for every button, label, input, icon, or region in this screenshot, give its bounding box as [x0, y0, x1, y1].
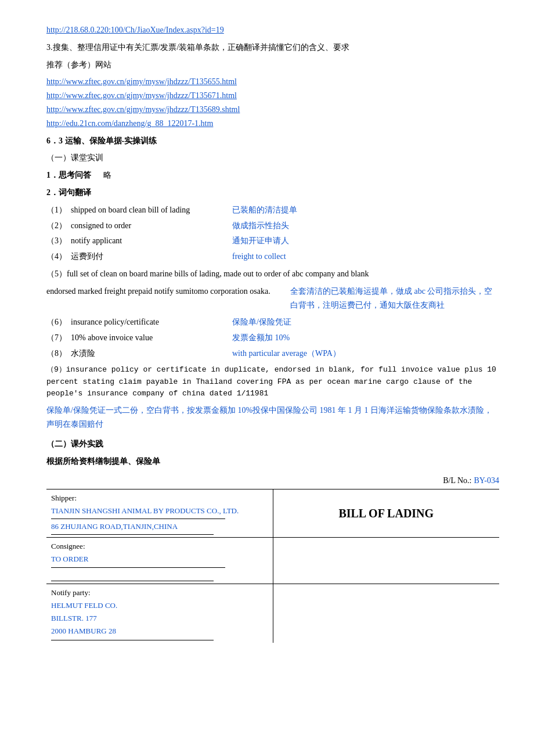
- translation-item-8: （8） 水渍险 with particular average（WPA）: [46, 347, 499, 361]
- notify-name: HELMUT FELD CO.: [51, 599, 268, 612]
- translation-item-9-en: （9）insurance policy or certificate in du…: [46, 364, 499, 400]
- bl-notify-section: Notify party: HELMUT FELD CO. BILLSTR. 1…: [46, 584, 273, 643]
- translation-zh-7: 发票金额加 10%: [232, 331, 499, 345]
- bl-no-label: B/L No.:: [443, 474, 471, 488]
- translation-en-6: （6） insurance policy/certificate: [46, 315, 232, 329]
- consignee-spacer: [51, 568, 268, 579]
- section-title: 6．3 运输、保险单据-实操训练: [46, 134, 499, 148]
- translation-en-7: （7） 10% above invoice value: [46, 331, 232, 345]
- translation-item-5-en1: （5）full set of clean on board marine bil…: [46, 267, 499, 281]
- shipper-label: Shipper:: [51, 492, 268, 505]
- translation-en-3: （3） notify applicant: [46, 234, 232, 248]
- consignee-value: TO ORDER: [51, 553, 268, 566]
- section2-sub: 根据所给资料缮制提单、保险单: [46, 455, 499, 469]
- shipper-addr: 86 ZHUJIANG ROAD,TIANJIN,CHINA: [51, 520, 268, 533]
- bl-notify-right: [273, 584, 500, 643]
- translation-item-3: （3） notify applicant 通知开证申请人: [46, 234, 499, 248]
- consignee-underline2: [51, 581, 214, 581]
- notify-addr1: BILLSTR. 177: [51, 612, 268, 625]
- bl-right-empty: [273, 538, 500, 583]
- translation-zh-6: 保险单/保险凭证: [232, 315, 499, 329]
- classroom-label: （一）课堂实训: [46, 151, 499, 165]
- q1-abbr: 略: [103, 171, 111, 179]
- translation-en-4: （4） 运费到付: [46, 250, 232, 264]
- translation-zh-8: with particular average（WPA）: [232, 347, 499, 361]
- translation-item-2: （2） consigned to order 做成指示性抬头: [46, 219, 499, 233]
- translation-item-4: （4） 运费到付 freight to collect: [46, 250, 499, 264]
- translation-item-5-zh: 全套清洁的已装船海运提单，做成 abc 公司指示抬头，空白背书，注明运费已付，通…: [279, 285, 499, 312]
- translation-en-8: （8） 水渍险: [46, 347, 232, 361]
- q1-bold: 1．思考问答: [46, 171, 91, 179]
- translation-item-7: （7） 10% above invoice value 发票金额加 10%: [46, 331, 499, 345]
- translation-en-1: （1） shipped on board clean bill of ladin…: [46, 203, 232, 217]
- translation-item-1: （1） shipped on board clean bill of ladin…: [46, 203, 499, 217]
- url5-link[interactable]: http://edu.21cn.com/danzheng/g_88_122017…: [46, 117, 499, 131]
- url1-link[interactable]: http://218.68.0.220:100/Ch/JiaoXue/Index…: [46, 23, 499, 37]
- translation-zh-2: 做成指示性抬头: [232, 219, 499, 233]
- bl-top-row: Shipper: TIANJIN SHANGSHI ANIMAL BY PROD…: [46, 489, 499, 537]
- bl-consignee-section: Consignee: TO ORDER: [46, 538, 273, 583]
- bl-consignee-row: Consignee: TO ORDER: [46, 537, 499, 583]
- url3-link[interactable]: http://www.zftec.gov.cn/gjmy/mysw/jhdzzz…: [46, 89, 499, 103]
- translation-item-6: （6） insurance policy/certificate 保险单/保险凭…: [46, 315, 499, 329]
- shipper-addr-underline: [51, 534, 214, 535]
- notify-underline: [51, 640, 214, 640]
- intro-text: 3.搜集、整理信用证中有关汇票/发票/装箱单条款，正确翻译并搞懂它们的含义、要求: [46, 41, 499, 55]
- bl-no-row: B/L No.: BY-034: [46, 474, 499, 488]
- consignee-label: Consignee:: [51, 540, 268, 553]
- q1-label: 1．思考问答 略: [46, 168, 499, 182]
- translation-zh-3: 通知开证申请人: [232, 234, 499, 248]
- translation-en-2: （2） consigned to order: [46, 219, 232, 233]
- bill-title-section: BILL OF LADING: [273, 489, 500, 537]
- translation-item-5-en2-text: endorsed marked freight prepaid notify s…: [46, 285, 279, 298]
- translation-zh-1: 已装船的清洁提单: [232, 203, 499, 217]
- shipper-name: TIANJIN SHANGSHI ANIMAL BY PRODUCTS CO.,…: [51, 505, 268, 517]
- url4-link[interactable]: http://www.zftec.gov.cn/gjmy/mysw/jhdzzz…: [46, 103, 499, 117]
- translation-item-9-zh: 保险单/保险凭证一式二份，空白背书，按发票金额加 10%投保中国保险公司 198…: [46, 404, 499, 431]
- notify-label: Notify party:: [51, 586, 268, 599]
- bl-notify-row: Notify party: HELMUT FELD CO. BILLSTR. 1…: [46, 584, 499, 643]
- translation-zh-4: freight to collect: [232, 250, 499, 264]
- shipper-underline: [51, 519, 225, 519]
- url2-link[interactable]: http://www.zftec.gov.cn/gjmy/mysw/jhdzzz…: [46, 75, 499, 89]
- q2-label: 2．词句翻译: [46, 186, 499, 200]
- bl-no-value: BY-034: [474, 474, 499, 488]
- notify-addr2: 2000 HAMBURG 28: [51, 625, 268, 638]
- bl-shipper-section: Shipper: TIANJIN SHANGSHI ANIMAL BY PROD…: [46, 489, 273, 537]
- translation-item-5-en2: endorsed marked freight prepaid notify s…: [46, 285, 499, 312]
- recommend-label: 推荐（参考）网站: [46, 58, 499, 72]
- bill-of-lading-title: BILL OF LADING: [338, 503, 434, 523]
- section2-label: （二）课外实践: [46, 437, 499, 451]
- bill-of-lading-form: B/L No.: BY-034 Shipper: TIANJIN SHANGSH…: [46, 474, 499, 643]
